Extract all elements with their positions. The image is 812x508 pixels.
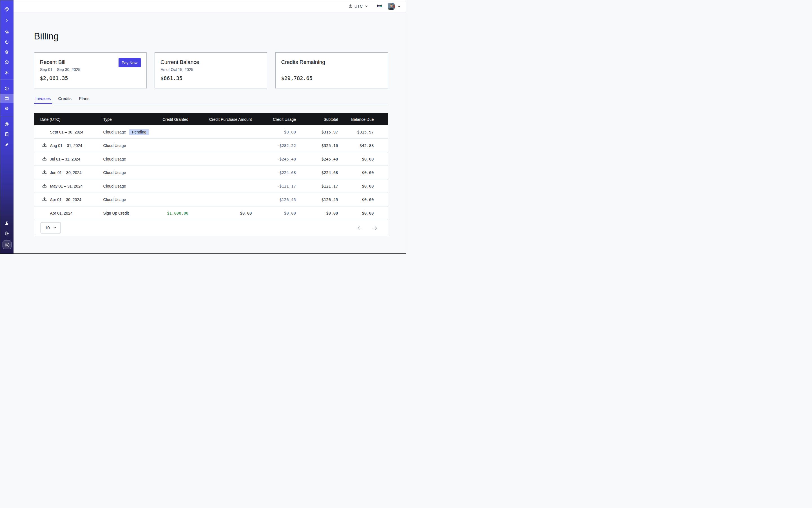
subtotal-value: $325.10 [296, 143, 338, 148]
credit-usage-value: -$245.48 [252, 157, 296, 161]
column-header-credit-granted[interactable]: Credit Granted [160, 117, 189, 122]
sidebar-item-docs[interactable] [0, 130, 13, 139]
subtotal-value: $0.00 [296, 211, 338, 215]
invoice-date: May 01 – 31, 2024 [34, 183, 103, 188]
sidebar-expand-button[interactable] [0, 16, 13, 25]
table-header-row: Date (UTC) Type Credit Granted Credit Pu… [34, 114, 388, 125]
invoice-date: Apr 01, 2024 [34, 211, 103, 215]
invoice-date-text: Apr 01, 2024 [50, 211, 73, 215]
nexus-asterisk-icon [4, 71, 9, 75]
download-invoice-button[interactable] [42, 157, 47, 161]
sidebar-item-getting-started[interactable] [0, 140, 13, 149]
download-invoice-icon [42, 183, 47, 188]
sidebar-item-billing[interactable] [0, 94, 13, 103]
status-badge: Pending [129, 129, 149, 135]
invoice-type: Sign Up Credit [103, 211, 160, 215]
tab-invoices[interactable]: Invoices [34, 93, 52, 104]
invoice-type-text: Cloud Usage [103, 198, 126, 202]
page-size-value: 10 [45, 225, 50, 230]
sidebar-item-support[interactable] [0, 120, 13, 129]
timezone-label: UTC [354, 4, 363, 8]
column-header-credit-usage[interactable]: Credit Usage [252, 117, 296, 122]
balance-due-value: $0.00 [338, 211, 388, 215]
invoice-date-text: Apr 01 – 30, 2024 [50, 198, 81, 202]
credit-purchase-value: $0.00 [188, 211, 252, 215]
sidebar-item-theme[interactable] [0, 229, 13, 238]
user-menu[interactable] [388, 0, 395, 12]
column-header-balance-due[interactable]: Balance Due [338, 117, 388, 122]
invoice-type-text: Cloud Usage [103, 184, 126, 188]
layers-icon [4, 50, 9, 54]
sidebar-item-usage[interactable] [0, 84, 13, 93]
credit-granted-value: $1,000.00 [160, 211, 189, 215]
glasses-icon [377, 4, 382, 8]
download-invoice-icon [42, 170, 47, 175]
invoice-type-text: Cloud Usage [103, 170, 126, 175]
invoice-date: Jun 01 – 30, 2024 [34, 170, 103, 175]
usage-gauge-icon [4, 86, 9, 91]
current-balance-amount: $861.35 [161, 75, 182, 82]
table-pagination: 10 [34, 220, 388, 236]
download-invoice-button[interactable] [42, 183, 47, 188]
current-balance-title: Current Balance [161, 58, 199, 66]
subtotal-value: $315.97 [296, 130, 338, 134]
arrow-left-icon [357, 226, 362, 230]
subtotal-value: $224.68 [296, 170, 338, 175]
next-page-button[interactable] [372, 226, 377, 230]
deployments-cube-icon [4, 60, 9, 65]
tab-plans[interactable]: Plans [77, 93, 91, 104]
sidebar-item-pricing[interactable] [3, 240, 11, 249]
credit-usage-value: $0.00 [252, 211, 296, 215]
invoice-date-text: May 01 – 31, 2024 [50, 184, 83, 188]
invoice-type: Cloud UsagePending [103, 129, 160, 135]
sidebar-divider [0, 116, 13, 116]
tab-credits[interactable]: Credits [57, 93, 73, 104]
page-size-select[interactable]: 10 [41, 222, 61, 234]
download-invoice-button[interactable] [42, 170, 47, 175]
timezone-selector[interactable]: UTC [349, 0, 368, 12]
pricing-dollar-seal-icon [4, 242, 10, 248]
sidebar-item-settings[interactable] [0, 104, 13, 113]
recent-bill-card: Recent Bill Sep 01 – Sep 30, 2025 $2,061… [34, 52, 147, 88]
namespaces-icon [4, 30, 9, 34]
sidebar-item-labs[interactable] [0, 219, 13, 228]
current-balance-as-of: As of Oct 15, 2025 [161, 67, 194, 72]
credits-remaining-amount: $29,782.65 [281, 75, 312, 82]
download-invoice-button[interactable] [42, 143, 47, 148]
sidebar-item-workflows[interactable] [0, 48, 13, 56]
column-header-credit-purchase-amount[interactable]: Credit Purchase Amount [188, 117, 252, 122]
labs-mode-toggle[interactable] [377, 0, 382, 12]
invoice-type: Cloud Usage [103, 184, 160, 188]
user-menu-caret[interactable] [397, 0, 401, 12]
theme-sun-icon [4, 231, 9, 236]
invoice-row: Jul 01 – 31, 2024Cloud Usage-$245.48$245… [34, 152, 388, 166]
credits-remaining-title: Credits Remaining [281, 58, 325, 66]
balance-due-value: $0.00 [338, 198, 388, 202]
invoice-row: Apr 01 – 30, 2024Cloud Usage-$126.45$126… [34, 193, 388, 206]
previous-page-button[interactable] [357, 226, 362, 230]
download-invoice-button[interactable] [42, 197, 47, 202]
recent-bill-title: Recent Bill [40, 58, 66, 66]
topbar: UTC [13, 0, 406, 12]
sidebar-item-nexus[interactable] [0, 68, 13, 77]
balance-due-value: $0.00 [338, 157, 388, 161]
download-invoice-icon [42, 197, 47, 202]
download-invoice-icon [42, 143, 47, 148]
sidebar-logo[interactable] [0, 5, 13, 14]
pay-now-button[interactable]: Pay Now [119, 58, 141, 67]
sidebar-item-schedules[interactable] [0, 37, 13, 46]
sidebar-item-deployments[interactable] [0, 58, 13, 67]
invoice-date-text: Jun 01 – 30, 2024 [50, 170, 82, 175]
sidebar-item-namespaces[interactable] [0, 27, 13, 36]
support-lifebuoy-icon [4, 122, 9, 126]
invoice-row: Apr 01, 2024Sign Up Credit$1,000.00$0.00… [34, 206, 388, 220]
invoice-type-text: Cloud Usage [103, 143, 126, 148]
balance-due-value: $0.00 [338, 170, 388, 175]
clock-icon [349, 4, 352, 8]
chevron-down-icon [365, 4, 368, 8]
column-header-type[interactable]: Type [103, 117, 160, 122]
column-header-date[interactable]: Date (UTC) [34, 117, 103, 122]
column-header-subtotal[interactable]: Subtotal [296, 117, 338, 122]
chevron-down-icon [397, 4, 401, 8]
invoice-date: Sept 01 – 30, 2024 [34, 130, 103, 134]
